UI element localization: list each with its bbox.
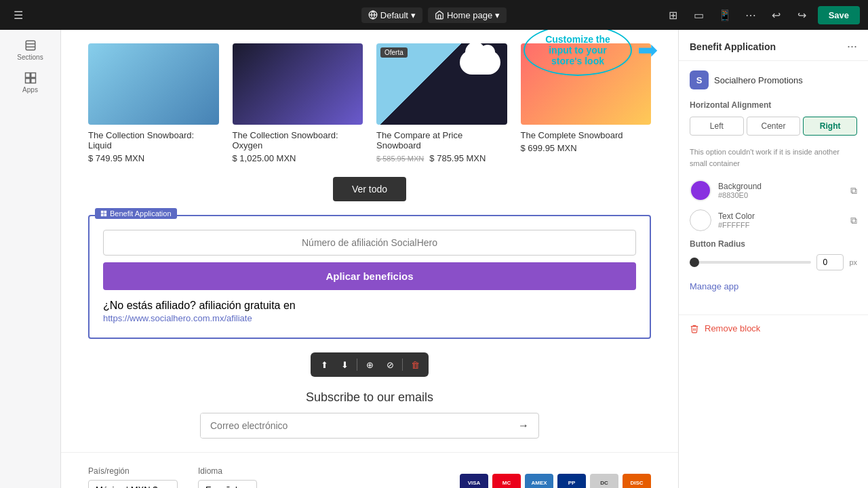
toolbar-move-up-btn[interactable]: ⬆ (315, 355, 334, 374)
redo-icon-btn[interactable]: ↪ (792, 5, 812, 25)
benefit-signup-text: ¿No estás afiliado? afiliación gratuita … (103, 300, 296, 311)
product-name-1: The Collection Snowboard: Liquid (88, 130, 219, 150)
sidebar-item-sections[interactable]: Sections (7, 35, 54, 65)
product-name-3: The Compare at Price Snowboard (376, 130, 507, 150)
email-input[interactable] (201, 413, 509, 438)
footer-top: País/región México | MXN $ Idioma Españo… (88, 466, 651, 488)
alignment-help-text: This option couldn't work if it is insid… (690, 146, 857, 169)
save-button[interactable]: Save (818, 6, 860, 24)
svg-rect-8 (31, 79, 35, 83)
svg-rect-7 (25, 79, 30, 83)
block-toolbar-container: ⬆ ⬇ ⊕ ⊘ 🗑 (61, 352, 678, 377)
chevron-down-icon: ▾ (411, 10, 416, 20)
country-selector: País/región México | MXN $ (88, 466, 178, 488)
homepage-label: Home page (447, 10, 492, 20)
right-panel: Benefit Application ··· S Socialhero Pro… (678, 30, 868, 488)
text-color-copy-btn[interactable]: ⧉ (850, 215, 857, 226)
text-color-label: Text Color (718, 211, 844, 221)
products-section: The Collection Snowboard: Liquid $ 749.9… (61, 30, 678, 177)
app-icon: S (690, 70, 709, 89)
toolbar-copy-btn[interactable]: ⊕ (360, 355, 379, 374)
panel-more-button[interactable]: ··· (847, 39, 857, 54)
subscribe-section: Subscribe to our emails → (61, 384, 678, 452)
apps-icon (24, 72, 37, 84)
app-name: Socialhero Promotions (714, 75, 803, 85)
align-center-btn[interactable]: Center (747, 117, 801, 136)
radius-slider[interactable] (690, 261, 811, 264)
more-icon-btn[interactable]: ⋯ (741, 5, 761, 25)
product-card-3: Oferta The Compare at Price Snowboard $ … (376, 43, 507, 163)
canvas-area[interactable]: The Collection Snowboard: Liquid $ 749.9… (61, 30, 678, 488)
undo-icon-btn[interactable]: ↩ (766, 5, 787, 25)
menu-icon-btn[interactable]: ☰ (8, 5, 28, 25)
background-color-label: Background (718, 182, 844, 191)
text-color-hex: #FFFFFF (718, 221, 844, 229)
text-color-swatch[interactable] (690, 209, 711, 231)
subscribe-submit-btn[interactable]: → (509, 413, 538, 438)
svg-rect-2 (26, 41, 35, 50)
svg-rect-12 (104, 214, 106, 216)
language-select[interactable]: Español (198, 480, 257, 488)
benefit-link[interactable]: https://www.socialhero.com.mx/afiliate (103, 313, 252, 323)
background-color-copy-btn[interactable]: ⧉ (850, 185, 857, 197)
affiliation-input[interactable] (103, 230, 636, 256)
remove-block-label: Remove block (705, 323, 760, 333)
ver-todo-button[interactable]: Ver todo (333, 177, 406, 201)
background-color-info: Background #8830E0 (718, 182, 844, 199)
sections-icon (24, 39, 37, 52)
svg-rect-10 (104, 211, 106, 214)
trash-icon (690, 324, 699, 333)
responsive-icon-btn[interactable]: ⊞ (663, 5, 684, 25)
product-image-3: Oferta (376, 43, 507, 125)
toolbar-move-down-btn[interactable]: ⬇ (335, 355, 354, 374)
country-select[interactable]: México | MXN $ (88, 480, 178, 488)
canvas-content: The Collection Snowboard: Liquid $ 749.9… (61, 30, 678, 488)
subscribe-input-row: → (200, 413, 539, 439)
align-right-btn[interactable]: Right (803, 117, 857, 136)
cloud-shape (460, 50, 500, 75)
product-price-original-3: $ 585.95 MXN (376, 155, 424, 163)
language-label: Idioma (198, 466, 257, 476)
benefit-block-icon (100, 210, 107, 217)
mobile-icon-btn[interactable]: 📱 (715, 5, 735, 25)
radius-row: px (690, 254, 857, 270)
app-row: S Socialhero Promotions (690, 70, 857, 89)
svg-rect-6 (31, 73, 35, 78)
toolbar-divider-1 (357, 359, 357, 371)
radius-unit: px (849, 258, 857, 266)
homepage-dropdown[interactable]: Home page ▾ (428, 7, 507, 23)
svg-rect-5 (25, 73, 30, 78)
benefit-block-label: Benefit Application (95, 208, 177, 219)
home-icon (435, 10, 444, 20)
default-dropdown[interactable]: Default ▾ (361, 7, 422, 23)
radius-input[interactable] (816, 254, 844, 270)
product-image-1 (88, 43, 219, 125)
svg-rect-9 (101, 211, 104, 214)
product-card-1: The Collection Snowboard: Liquid $ 749.9… (88, 43, 219, 163)
mastercard-icon: MC (492, 474, 521, 489)
background-color-swatch[interactable] (690, 180, 711, 201)
left-panel: Sections Apps (0, 30, 61, 488)
discover-icon: DISC (623, 474, 651, 489)
align-left-btn[interactable]: Left (690, 117, 744, 136)
manage-app-link[interactable]: Manage app (690, 281, 857, 291)
product-card-2: The Collection Snowboard: Oxygen $ 1,025… (233, 43, 363, 163)
remove-block-button[interactable]: Remove block (679, 314, 868, 342)
callout-text: Customize the input to your store's look (545, 34, 610, 66)
radius-label: Button Radius (690, 239, 857, 249)
panel-body: S Socialhero Promotions Horizontal Align… (679, 61, 868, 314)
sidebar-item-apps[interactable]: Apps (7, 68, 54, 98)
toolbar-link-btn[interactable]: ⊘ (380, 355, 399, 374)
product-name-2: The Collection Snowboard: Oxygen (233, 130, 363, 150)
tablet-icon-btn[interactable]: ▭ (689, 5, 709, 25)
block-toolbar: ⬆ ⬇ ⊕ ⊘ 🗑 (311, 352, 429, 377)
payment-icons: VISA MC AMEX PP DC DISC (460, 474, 651, 489)
apply-benefits-button[interactable]: Aplicar beneficios (103, 262, 636, 290)
default-label: Default (380, 10, 408, 20)
alignment-section-label: Horizontal Alignment (690, 100, 857, 110)
benefit-footer-text: ¿No estás afiliado? afiliación gratuita … (103, 300, 636, 324)
product-name-4: The Complete Snowboard (521, 130, 652, 140)
toolbar-delete-btn[interactable]: 🗑 (406, 355, 425, 374)
product-price-4: $ 699.95 MXN (521, 143, 652, 153)
oferta-badge: Oferta (380, 47, 408, 58)
